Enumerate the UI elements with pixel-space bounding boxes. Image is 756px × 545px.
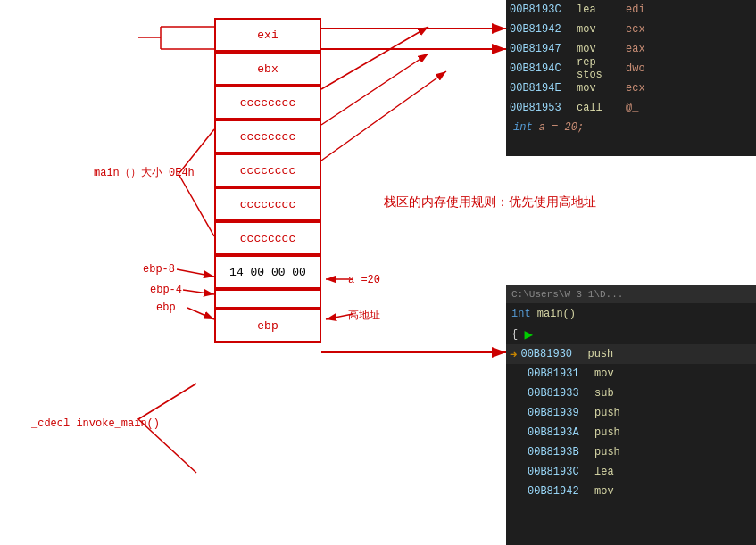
bot-addr-2: 00B81931	[528, 367, 594, 380]
svg-line-8	[183, 290, 214, 294]
stack-cell-value: 14 00 00 00	[214, 255, 321, 289]
arrow-marker-icon: ➜	[510, 347, 517, 362]
svg-line-9	[187, 308, 214, 319]
addr-6: 00B81953	[510, 102, 577, 114]
cell-label-fill-5: cccccccc	[240, 232, 295, 245]
instr-1: lea	[577, 4, 626, 16]
code-brace-line: { ▶	[506, 325, 756, 344]
stack-cell-ebp: ebp	[214, 309, 321, 343]
code-line-5: 00B8194E mov ecx	[506, 78, 756, 98]
code-line-2: 00B81942 mov ecx	[506, 20, 756, 39]
stack-cell-fill-3: cccccccc	[214, 153, 321, 187]
code-bottom-line-2: 00B81931 mov	[506, 364, 756, 384]
label-invoke-main: _cdecl invoke_main()	[31, 417, 160, 430]
instr-5: mov	[577, 82, 626, 95]
label-ebp: ebp	[156, 301, 176, 314]
cell-label-fill-1: cccccccc	[240, 96, 295, 110]
code-bottom-line-3: 00B81933 sub	[506, 384, 756, 403]
operand-3: eax	[626, 43, 645, 55]
addr-1: 00B8193C	[510, 4, 577, 16]
code-line-6: 00B81953 call @_	[506, 98, 756, 118]
bot-instr-3: sub	[594, 387, 644, 400]
bot-addr-6: 00B8193B	[528, 446, 594, 458]
instr-2: mov	[577, 23, 626, 36]
green-arrow-icon: ▶	[524, 326, 533, 343]
label-ebp-minus4: ebp-4	[150, 284, 182, 296]
label-a-equals-20: a =20	[348, 274, 380, 286]
source-line-top: int a = 20;	[506, 118, 756, 137]
cell-label-exi: exi	[257, 29, 278, 42]
operand-2: ecx	[626, 23, 645, 36]
svg-line-6	[321, 71, 446, 161]
code-bottom-line-1: ➜ 00B81930 push	[506, 344, 756, 364]
code-bottom-line-5: 00B8193A push	[506, 423, 756, 442]
addr-5: 00B8194E	[510, 82, 577, 95]
code-panel-title-bar: C:\Users\W 3 1\D...	[506, 285, 756, 303]
addr-3: 00B81947	[510, 43, 577, 55]
cell-label-ebx: ebx	[257, 62, 278, 76]
bot-addr-1: 00B81930	[520, 348, 587, 360]
bot-instr-5: push	[594, 426, 644, 439]
svg-line-3	[179, 174, 214, 236]
code-panel-top: 00B8193C lea edi 00B81942 mov ecx 00B819…	[506, 0, 756, 156]
bot-instr-6: push	[594, 446, 644, 458]
addr-4: 00B8194C	[510, 62, 577, 75]
cell-label-fill-2: cccccccc	[240, 130, 295, 144]
stack-cell-divider	[214, 289, 321, 309]
code-line-4: 00B8194C rep stos dwo	[506, 59, 756, 78]
bot-addr-5: 00B8193A	[528, 426, 594, 439]
cell-label-value: 14 00 00 00	[229, 266, 306, 279]
stack-diagram: exi ebx cccccccc cccccccc cccccccc ccccc…	[214, 18, 321, 343]
cell-label-fill-4: cccccccc	[240, 198, 295, 211]
stack-rule-text: 栈区的内存使用规则：优先使用高地址	[384, 194, 596, 211]
bot-instr-8: mov	[594, 485, 644, 498]
operand-1: edi	[626, 4, 645, 16]
stack-cell-fill-1: cccccccc	[214, 86, 321, 120]
code-bottom-line-4: 00B81939 push	[506, 403, 756, 423]
stack-cell-fill-5: cccccccc	[214, 221, 321, 255]
bot-addr-3: 00B81933	[528, 387, 594, 400]
bot-addr-7: 00B8193C	[528, 466, 594, 478]
code-panel-bottom: C:\Users\W 3 1\D... int main() { ▶ ➜ 00B…	[506, 285, 756, 545]
bot-addr-8: 00B81942	[528, 485, 594, 498]
cell-label-fill-3: cccccccc	[240, 164, 295, 178]
code-bottom-line-8: 00B81942 mov	[506, 482, 756, 501]
bot-instr-1: push	[587, 348, 636, 360]
label-ebp-minus8: ebp-8	[143, 263, 175, 276]
bot-instr-2: mov	[594, 367, 644, 380]
bot-instr-4: push	[594, 407, 644, 419]
bot-addr-4: 00B81939	[528, 407, 594, 419]
cell-label-ebp: ebp	[257, 319, 278, 333]
instr-4: rep stos	[577, 56, 626, 81]
stack-cell-fill-4: cccccccc	[214, 187, 321, 221]
bot-instr-7: lea	[594, 466, 644, 478]
svg-line-4	[321, 27, 428, 89]
label-main-size: main（）大小 0E4h	[94, 165, 195, 180]
addr-2: 00B81942	[510, 23, 577, 36]
svg-line-7	[177, 269, 214, 277]
code-line-3: 00B81947 mov eax	[506, 39, 756, 59]
operand-6: @_	[626, 102, 638, 114]
instr-3: mov	[577, 43, 626, 55]
instr-6: call	[577, 102, 626, 114]
svg-line-13	[138, 384, 196, 419]
label-high-addr: 高地址	[348, 308, 380, 323]
svg-line-5	[321, 54, 428, 125]
stack-cell-fill-2: cccccccc	[214, 120, 321, 153]
operand-4: dwo	[626, 62, 645, 75]
operand-5: ecx	[626, 82, 645, 95]
code-func-header: int main()	[506, 303, 756, 325]
stack-cell-exi: exi	[214, 18, 321, 52]
stack-cell-ebx: ebx	[214, 52, 321, 86]
code-line-1: 00B8193C lea edi	[506, 0, 756, 20]
code-bottom-line-7: 00B8193C lea	[506, 462, 756, 482]
code-bottom-line-6: 00B8193B push	[506, 442, 756, 462]
